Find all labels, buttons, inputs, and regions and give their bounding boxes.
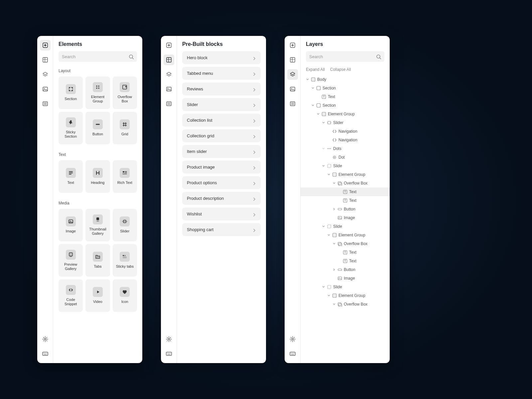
tree-toggle-icon[interactable] [317, 113, 320, 115]
layer-row[interactable]: Overflow Box [301, 300, 390, 309]
element-tile[interactable]: Sticky tabs [113, 244, 137, 277]
tree-toggle-icon[interactable] [332, 182, 336, 185]
nav-settings-icon[interactable] [287, 334, 298, 344]
nav-add-icon[interactable] [40, 40, 51, 51]
nav-keyboard-icon[interactable] [164, 348, 174, 359]
element-tile[interactable]: Element Group [85, 76, 110, 109]
nav-image-icon[interactable] [287, 84, 298, 94]
expand-all-button[interactable]: Expand All [306, 67, 325, 72]
nav-blocks-icon[interactable] [40, 55, 51, 65]
layer-row[interactable]: Overflow Box [301, 179, 390, 188]
nav-layers-icon[interactable] [287, 69, 298, 80]
tree-toggle-icon[interactable] [322, 121, 325, 124]
layer-row[interactable]: Text [301, 196, 390, 205]
layer-row[interactable]: Slider [301, 118, 390, 127]
nav-blocks-icon[interactable] [287, 55, 298, 65]
layer-row[interactable]: Overflow Box [301, 239, 390, 248]
nav-settings-icon[interactable] [40, 334, 51, 344]
block-item[interactable]: Collection grid [182, 129, 261, 142]
tree-toggle-icon[interactable] [332, 208, 336, 210]
nav-add-icon[interactable] [287, 40, 298, 51]
tree-toggle-icon[interactable] [327, 294, 331, 297]
tree-toggle-icon[interactable] [327, 173, 331, 176]
search-input[interactable] [62, 54, 128, 59]
nav-image-icon[interactable] [164, 84, 174, 94]
tree-toggle-icon[interactable] [311, 87, 315, 89]
block-item[interactable]: Shopping cart [182, 223, 261, 236]
layer-row[interactable]: Dots [301, 144, 390, 153]
layer-row[interactable]: Navigation [301, 136, 390, 144]
nav-settings-icon[interactable] [164, 334, 174, 344]
element-tile[interactable]: Heading [85, 160, 110, 193]
element-tile[interactable]: Sticky Section [59, 112, 83, 144]
element-tile[interactable]: Image [59, 209, 83, 241]
layer-row[interactable]: Text [301, 92, 390, 101]
layer-row[interactable]: Navigation [301, 127, 390, 136]
layer-row[interactable]: Element Group [301, 231, 390, 239]
tree-toggle-icon[interactable] [322, 225, 325, 228]
block-item[interactable]: Item slider [182, 145, 261, 158]
nav-form-icon[interactable] [287, 98, 298, 109]
layer-row[interactable]: Image [301, 274, 390, 283]
nav-keyboard-icon[interactable] [40, 348, 51, 359]
search-bar[interactable] [59, 51, 137, 62]
block-item[interactable]: Product image [182, 161, 261, 174]
layer-row[interactable]: Text [301, 248, 390, 257]
layer-row[interactable]: Image [301, 213, 390, 222]
element-tile[interactable]: Overflow Box [113, 76, 137, 109]
element-tile[interactable]: Code Snippet [59, 279, 83, 312]
nav-layers-icon[interactable] [40, 69, 51, 80]
tree-toggle-icon[interactable] [311, 104, 315, 107]
layer-row[interactable]: Element Group [301, 291, 390, 300]
tree-toggle-icon[interactable] [332, 268, 336, 271]
block-item[interactable]: Hero block [182, 51, 261, 64]
nav-blocks-icon[interactable] [164, 55, 174, 65]
nav-image-icon[interactable] [40, 84, 51, 94]
layer-row[interactable]: Text [301, 188, 390, 196]
layer-row[interactable]: Dot [301, 153, 390, 162]
nav-keyboard-icon[interactable] [287, 348, 298, 359]
layer-row[interactable]: Element Group [301, 170, 390, 179]
element-tile[interactable]: Tabs [85, 244, 110, 277]
layer-row[interactable]: Slide [301, 222, 390, 231]
tree-toggle-icon[interactable] [322, 147, 325, 150]
element-tile[interactable]: Rich Text [113, 160, 137, 193]
layer-row[interactable]: Section [301, 101, 390, 110]
layer-row[interactable]: Body [301, 75, 390, 84]
search-input[interactable] [309, 54, 376, 59]
tree-toggle-icon[interactable] [322, 165, 325, 167]
layer-row[interactable]: Slide [301, 283, 390, 291]
element-tile[interactable]: Text [59, 160, 83, 193]
layer-row[interactable]: Slide [301, 162, 390, 170]
tree-toggle-icon[interactable] [332, 242, 336, 245]
layer-row[interactable]: Text [301, 257, 390, 265]
nav-form-icon[interactable] [164, 98, 174, 109]
nav-add-icon[interactable] [164, 40, 174, 51]
block-item[interactable]: Collection list [182, 114, 261, 127]
tree-toggle-icon[interactable] [306, 78, 309, 81]
layer-row[interactable]: Button [301, 205, 390, 213]
block-item[interactable]: Product options [182, 176, 261, 189]
layer-row[interactable]: Button [301, 265, 390, 274]
layer-row[interactable]: Element Group [301, 110, 390, 118]
element-tile[interactable]: Video [85, 279, 110, 312]
element-tile[interactable]: Thumbnail Gallery [85, 209, 110, 241]
tree-toggle-icon[interactable] [327, 234, 331, 236]
element-tile[interactable]: Icon [113, 279, 137, 312]
element-tile[interactable]: Section [59, 76, 83, 109]
nav-layers-icon[interactable] [164, 69, 174, 80]
search-bar[interactable] [306, 51, 384, 62]
element-tile[interactable]: Grid [113, 112, 137, 144]
block-item[interactable]: Reviews [182, 82, 261, 95]
tree-toggle-icon[interactable] [322, 286, 325, 288]
layer-row[interactable]: Section [301, 84, 390, 92]
nav-form-icon[interactable] [40, 98, 51, 109]
element-tile[interactable]: Slider [113, 209, 137, 241]
block-item[interactable]: Tabbed menu [182, 67, 261, 80]
collapse-all-button[interactable]: Collapse All [330, 67, 351, 72]
element-tile[interactable]: Button [85, 112, 110, 144]
block-item[interactable]: Wishlist [182, 207, 261, 220]
tree-toggle-icon[interactable] [332, 303, 336, 306]
block-item[interactable]: Product description [182, 192, 261, 205]
block-item[interactable]: Slider [182, 98, 261, 111]
